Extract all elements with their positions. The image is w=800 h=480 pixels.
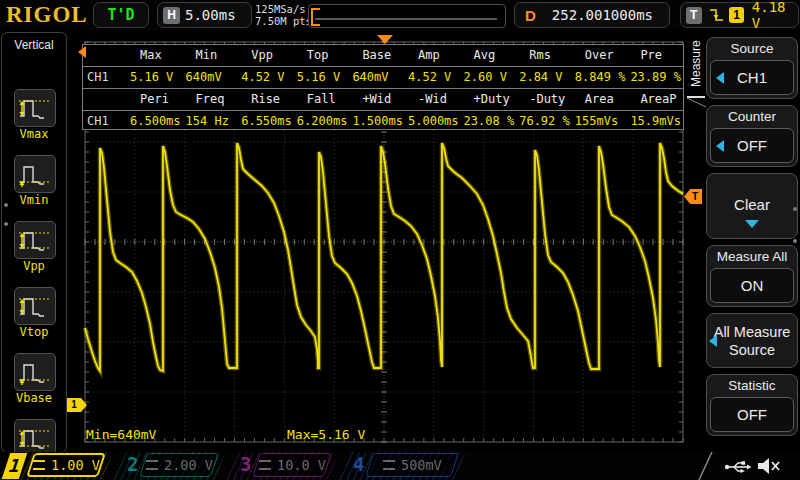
measure-item-vmax[interactable] <box>14 89 56 127</box>
menu-all-measure-button[interactable]: All MeasureSource <box>706 313 798 368</box>
menu-statistic-value: OFF <box>710 397 794 432</box>
timebase-value: 5.00ms <box>185 7 236 23</box>
falling-edge-icon <box>709 7 724 23</box>
measure-value: 5.000ms <box>405 111 461 132</box>
rigol-logo: RIGOL <box>6 2 88 28</box>
channel-3-tab[interactable]: 310.0 V <box>226 452 338 480</box>
measure-value: 154 Hz <box>183 111 239 132</box>
trigger-box[interactable]: T 1 4.18 V <box>680 2 799 28</box>
measure-value: 640mV <box>183 67 239 88</box>
menu-statistic-value-text: OFF <box>737 406 767 423</box>
measure-item-label: Vmax <box>2 127 66 141</box>
measure-item-label: Vtop <box>2 325 66 339</box>
measure-value-row: CH15.16 V640mV4.52 V5.16 V640mV4.52 V2.6… <box>83 67 683 89</box>
measure-value: 23.08 % <box>461 111 517 132</box>
measure-header: Pre <box>627 45 683 66</box>
statusbar-divider <box>690 452 720 480</box>
channel-scale-value: 2.00 V <box>164 457 213 473</box>
measure-header: Avg <box>461 45 517 66</box>
right-page-dot-1 <box>793 207 797 211</box>
channel-4-tab[interactable]: 4500mV <box>339 452 465 480</box>
vmax-icon <box>18 94 52 122</box>
blue-left-arrow-icon <box>716 140 724 152</box>
left-page-dot-2 <box>4 222 8 226</box>
oscilloscope-screen: RIGOL T'D H 5.00ms 125MSa/s 7.50M pts D … <box>0 0 800 480</box>
channel-1-tab[interactable]: 11.00 V <box>0 452 112 480</box>
measure-value: 155mVs <box>572 111 628 132</box>
menu-source-button[interactable]: SourceCH1 <box>706 37 798 99</box>
measure-item-vmin[interactable] <box>14 155 56 193</box>
measure-item-vbase[interactable] <box>14 353 56 391</box>
dc-coupling-icon <box>33 460 45 470</box>
menu-measure-all-title: Measure All <box>707 249 797 264</box>
menu-counter-value-text: OFF <box>737 137 767 154</box>
d-label: D <box>525 7 536 24</box>
trigger-level-value: 4.18 V <box>752 0 798 31</box>
waveform-preview-bar[interactable] <box>308 4 506 28</box>
channel-number: 4 <box>353 453 364 475</box>
measure-menu-tab[interactable]: Measure <box>687 32 705 98</box>
measure-item-label: Vpp <box>2 259 66 273</box>
measure-header: +Duty <box>461 89 517 110</box>
vertical-measure-menu: Vertical VmaxVminVppVtopVbaseVamp <box>1 32 67 453</box>
measurement-table: MaxMinVppTopBaseAmpAvgRmsOverPreCH15.16 … <box>82 44 684 130</box>
vbase-icon <box>18 358 52 386</box>
measure-value: 4.52 V <box>405 67 461 88</box>
measure-item-vpp[interactable] <box>14 221 56 259</box>
horizontal-timebase-box[interactable]: H 5.00ms <box>157 2 252 28</box>
measure-header: Min <box>183 45 239 66</box>
measure-value: 5.16 V <box>294 67 350 88</box>
measure-header: Amp <box>405 45 461 66</box>
menu-statistic-button[interactable]: StatisticOFF <box>706 374 798 436</box>
measure-value: 2.84 V <box>516 67 572 88</box>
channel-scale-value: 1.00 V <box>51 457 100 473</box>
measure-header: -Wid <box>405 89 461 110</box>
measure-value: 76.92 % <box>516 111 572 132</box>
menu-measure-all-value: ON <box>710 268 794 303</box>
blue-left-arrow-icon <box>709 335 717 347</box>
channel-2-tab[interactable]: 22.00 V <box>113 452 225 480</box>
menu-counter-value: OFF <box>710 128 794 163</box>
vmin-icon <box>18 160 52 188</box>
menu-source-value: CH1 <box>710 60 794 95</box>
menu-all-measure-line1: All Measure <box>707 324 797 340</box>
menu-counter-button[interactable]: CounterOFF <box>706 105 798 167</box>
menu-clear-button[interactable]: Clear <box>706 173 798 239</box>
delay-box[interactable]: D 252.001000ms <box>514 2 670 28</box>
measure-value: 640mV <box>349 67 405 88</box>
measure-value: 6.500ms <box>127 111 183 132</box>
measure-header: Base <box>349 45 405 66</box>
dc-coupling-icon <box>383 460 395 470</box>
usb-icon <box>724 459 752 474</box>
trigger-position-marker[interactable] <box>377 35 393 44</box>
measure-header: Vpp <box>238 45 294 66</box>
menu-measure-all-button[interactable]: Measure AllON <box>706 245 798 307</box>
measure-header: Top <box>294 45 350 66</box>
memory-depth: 7.50M pts <box>255 15 312 27</box>
measure-value: 6.550ms <box>238 111 294 132</box>
channel-number: 2 <box>127 453 138 475</box>
measure-item-vtop[interactable] <box>14 287 56 325</box>
channel-scale-value: 500mV <box>401 457 442 473</box>
measure-value: 23.89 % <box>627 67 683 88</box>
measure-header: Rms <box>516 45 572 66</box>
menu-source-value-text: CH1 <box>737 69 767 86</box>
sample-rate: 125MSa/s <box>255 3 312 15</box>
top-status-bar: RIGOL T'D H 5.00ms 125MSa/s 7.50M pts D … <box>0 0 800 30</box>
measure-value: 4.52 V <box>238 67 294 88</box>
dc-coupling-icon <box>259 460 271 470</box>
channel-number-badge: 1 <box>2 453 27 479</box>
speaker-mute-icon <box>756 456 782 476</box>
menu-statistic-title: Statistic <box>707 378 797 393</box>
blue-left-arrow-icon <box>716 72 724 84</box>
channel-scale-value: 10.0 V <box>277 457 326 473</box>
measure-header: Peri <box>127 89 183 110</box>
trigger-status-badge: T'D <box>93 2 149 28</box>
channel-scale-box: 1.00 V <box>26 453 106 477</box>
vertical-menu-title: Vertical <box>2 38 66 52</box>
measure-header: -Duty <box>516 89 572 110</box>
vtop-icon <box>18 292 52 320</box>
t-label: T <box>686 7 702 24</box>
measure-header: Max <box>127 45 183 66</box>
h-label: H <box>163 7 180 24</box>
